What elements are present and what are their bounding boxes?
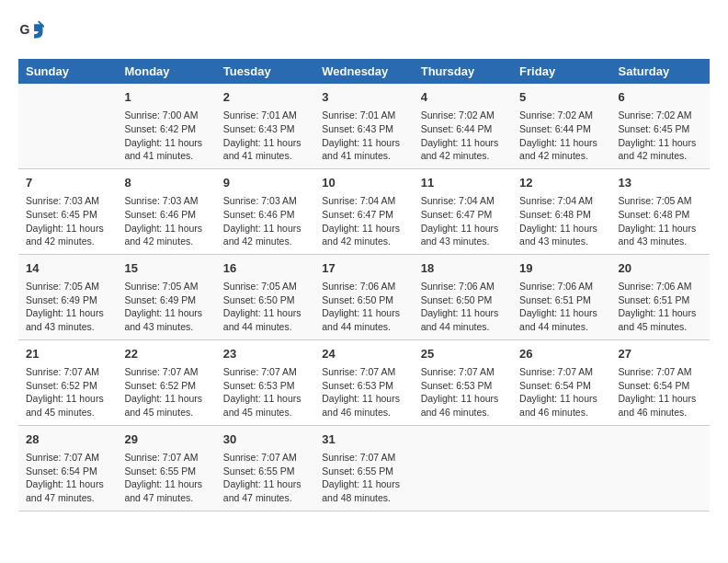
day-number: 24 [322, 346, 405, 362]
calendar-cell [18, 84, 117, 168]
calendar-cell: 13Sunrise: 7:05 AMSunset: 6:48 PMDayligh… [611, 168, 710, 254]
day-number: 8 [124, 175, 208, 191]
calendar-cell: 27Sunrise: 7:07 AMSunset: 6:54 PMDayligh… [611, 339, 710, 425]
cell-info: Sunrise: 7:02 AMSunset: 6:44 PMDaylight:… [519, 109, 603, 163]
calendar-cell: 16Sunrise: 7:05 AMSunset: 6:50 PMDayligh… [216, 254, 314, 339]
week-row-5: 28Sunrise: 7:07 AMSunset: 6:54 PMDayligh… [18, 425, 710, 511]
day-number: 19 [519, 260, 603, 277]
day-number: 31 [322, 431, 405, 448]
day-number: 3 [322, 89, 405, 106]
cell-info: Sunrise: 7:00 AMSunset: 6:42 PMDaylight:… [124, 109, 208, 163]
cell-info: Sunrise: 7:04 AMSunset: 6:47 PMDaylight:… [421, 194, 505, 248]
calendar-cell: 23Sunrise: 7:07 AMSunset: 6:53 PMDayligh… [216, 339, 314, 425]
calendar-cell: 6Sunrise: 7:02 AMSunset: 6:45 PMDaylight… [611, 84, 710, 168]
day-number: 28 [26, 431, 109, 448]
calendar-cell: 2Sunrise: 7:01 AMSunset: 6:43 PMDaylight… [216, 84, 314, 168]
calendar-cell: 12Sunrise: 7:04 AMSunset: 6:48 PMDayligh… [512, 168, 610, 254]
day-number: 5 [519, 89, 603, 106]
day-number: 7 [26, 175, 109, 191]
day-number: 15 [124, 260, 208, 277]
calendar-cell [611, 425, 710, 511]
week-row-1: 1Sunrise: 7:00 AMSunset: 6:42 PMDaylight… [18, 84, 710, 168]
week-row-2: 7Sunrise: 7:03 AMSunset: 6:45 PMDaylight… [18, 168, 710, 254]
day-number: 12 [519, 175, 603, 191]
day-number: 20 [619, 260, 702, 277]
calendar-table: SundayMondayTuesdayWednesdayThursdayFrid… [18, 59, 710, 511]
calendar-cell: 22Sunrise: 7:07 AMSunset: 6:52 PMDayligh… [117, 339, 215, 425]
cell-info: Sunrise: 7:04 AMSunset: 6:48 PMDaylight:… [519, 194, 603, 248]
cell-info: Sunrise: 7:07 AMSunset: 6:53 PMDaylight:… [223, 365, 307, 419]
cell-info: Sunrise: 7:06 AMSunset: 6:50 PMDaylight:… [322, 280, 405, 334]
day-number: 22 [124, 346, 208, 362]
cell-info: Sunrise: 7:06 AMSunset: 6:51 PMDaylight:… [619, 280, 702, 334]
calendar-cell: 28Sunrise: 7:07 AMSunset: 6:54 PMDayligh… [18, 425, 117, 511]
column-header-monday: Monday [117, 59, 215, 84]
cell-info: Sunrise: 7:07 AMSunset: 6:55 PMDaylight:… [322, 451, 405, 505]
day-number: 11 [421, 175, 505, 191]
cell-info: Sunrise: 7:05 AMSunset: 6:49 PMDaylight:… [124, 280, 208, 334]
cell-info: Sunrise: 7:03 AMSunset: 6:45 PMDaylight:… [26, 194, 109, 248]
calendar-cell: 14Sunrise: 7:05 AMSunset: 6:49 PMDayligh… [18, 254, 117, 339]
cell-info: Sunrise: 7:07 AMSunset: 6:53 PMDaylight:… [421, 365, 505, 419]
cell-info: Sunrise: 7:07 AMSunset: 6:54 PMDaylight:… [519, 365, 603, 419]
calendar-cell: 30Sunrise: 7:07 AMSunset: 6:55 PMDayligh… [216, 425, 314, 511]
day-number: 4 [421, 89, 505, 106]
calendar-cell: 29Sunrise: 7:07 AMSunset: 6:55 PMDayligh… [117, 425, 215, 511]
calendar-cell: 5Sunrise: 7:02 AMSunset: 6:44 PMDaylight… [512, 84, 610, 168]
calendar-cell: 1Sunrise: 7:00 AMSunset: 6:42 PMDaylight… [117, 84, 215, 168]
svg-text:G: G [20, 22, 30, 37]
cell-info: Sunrise: 7:07 AMSunset: 6:54 PMDaylight:… [619, 365, 702, 419]
day-number: 18 [421, 260, 505, 277]
calendar-cell: 25Sunrise: 7:07 AMSunset: 6:53 PMDayligh… [414, 339, 512, 425]
calendar-cell: 3Sunrise: 7:01 AMSunset: 6:43 PMDaylight… [314, 84, 413, 168]
calendar-cell: 7Sunrise: 7:03 AMSunset: 6:45 PMDaylight… [18, 168, 117, 254]
cell-info: Sunrise: 7:07 AMSunset: 6:55 PMDaylight:… [223, 451, 307, 505]
cell-info: Sunrise: 7:05 AMSunset: 6:48 PMDaylight:… [619, 194, 702, 248]
cell-info: Sunrise: 7:02 AMSunset: 6:45 PMDaylight:… [619, 109, 702, 163]
calendar-cell [414, 425, 512, 511]
calendar-cell: 20Sunrise: 7:06 AMSunset: 6:51 PMDayligh… [611, 254, 710, 339]
cell-info: Sunrise: 7:01 AMSunset: 6:43 PMDaylight:… [223, 109, 307, 163]
day-number: 30 [223, 431, 307, 448]
cell-info: Sunrise: 7:01 AMSunset: 6:43 PMDaylight:… [322, 109, 405, 163]
column-header-tuesday: Tuesday [216, 59, 314, 84]
day-number: 29 [124, 431, 208, 448]
logo: G [18, 18, 48, 44]
calendar-cell: 31Sunrise: 7:07 AMSunset: 6:55 PMDayligh… [314, 425, 413, 511]
cell-info: Sunrise: 7:06 AMSunset: 6:51 PMDaylight:… [519, 280, 603, 334]
column-header-thursday: Thursday [414, 59, 512, 84]
cell-info: Sunrise: 7:05 AMSunset: 6:50 PMDaylight:… [223, 280, 307, 334]
day-number: 10 [322, 175, 405, 191]
day-number: 14 [26, 260, 109, 277]
page-header: G [18, 18, 710, 44]
calendar-cell [512, 425, 610, 511]
cell-info: Sunrise: 7:07 AMSunset: 6:52 PMDaylight:… [124, 365, 208, 419]
cell-info: Sunrise: 7:07 AMSunset: 6:52 PMDaylight:… [26, 365, 109, 419]
calendar-cell: 26Sunrise: 7:07 AMSunset: 6:54 PMDayligh… [512, 339, 610, 425]
column-header-sunday: Sunday [18, 59, 117, 84]
calendar-cell: 24Sunrise: 7:07 AMSunset: 6:53 PMDayligh… [314, 339, 413, 425]
week-row-3: 14Sunrise: 7:05 AMSunset: 6:49 PMDayligh… [18, 254, 710, 339]
day-number: 26 [519, 346, 603, 362]
cell-info: Sunrise: 7:05 AMSunset: 6:49 PMDaylight:… [26, 280, 109, 334]
calendar-cell: 19Sunrise: 7:06 AMSunset: 6:51 PMDayligh… [512, 254, 610, 339]
column-header-saturday: Saturday [611, 59, 710, 84]
day-number: 9 [223, 175, 307, 191]
calendar-cell: 18Sunrise: 7:06 AMSunset: 6:50 PMDayligh… [414, 254, 512, 339]
day-number: 1 [124, 89, 208, 106]
calendar-cell: 11Sunrise: 7:04 AMSunset: 6:47 PMDayligh… [414, 168, 512, 254]
calendar-cell: 17Sunrise: 7:06 AMSunset: 6:50 PMDayligh… [314, 254, 413, 339]
column-headers-row: SundayMondayTuesdayWednesdayThursdayFrid… [18, 59, 710, 84]
cell-info: Sunrise: 7:06 AMSunset: 6:50 PMDaylight:… [421, 280, 505, 334]
calendar-cell: 10Sunrise: 7:04 AMSunset: 6:47 PMDayligh… [314, 168, 413, 254]
cell-info: Sunrise: 7:07 AMSunset: 6:54 PMDaylight:… [26, 451, 109, 505]
cell-info: Sunrise: 7:03 AMSunset: 6:46 PMDaylight:… [223, 194, 307, 248]
cell-info: Sunrise: 7:07 AMSunset: 6:55 PMDaylight:… [124, 451, 208, 505]
cell-info: Sunrise: 7:07 AMSunset: 6:53 PMDaylight:… [322, 365, 405, 419]
day-number: 23 [223, 346, 307, 362]
calendar-cell: 9Sunrise: 7:03 AMSunset: 6:46 PMDaylight… [216, 168, 314, 254]
logo-icon: G [18, 18, 44, 44]
cell-info: Sunrise: 7:03 AMSunset: 6:46 PMDaylight:… [124, 194, 208, 248]
day-number: 13 [619, 175, 702, 191]
cell-info: Sunrise: 7:02 AMSunset: 6:44 PMDaylight:… [421, 109, 505, 163]
